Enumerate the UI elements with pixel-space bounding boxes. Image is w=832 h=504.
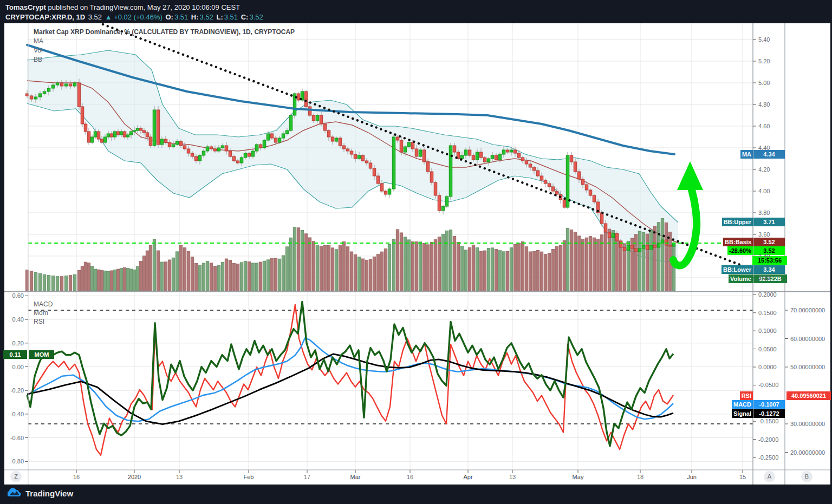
- open-label: O:: [165, 13, 173, 21]
- publish-header: TomasCrypt published on TradingView.com,…: [5, 3, 264, 22]
- high-label: H:: [191, 13, 199, 21]
- chart-area[interactable]: [4, 23, 830, 485]
- tradingview-screenshot: TomasCrypt published on TradingView.com,…: [0, 0, 832, 504]
- open-value: 3.51: [174, 13, 188, 21]
- low-label: L:: [216, 13, 223, 21]
- low-value: 3.51: [224, 13, 238, 21]
- author-name: TomasCrypt: [5, 3, 46, 11]
- publish-line: TomasCrypt published on TradingView.com,…: [5, 3, 264, 12]
- publish-info: published on TradingView.com, May 27, 20…: [46, 3, 240, 11]
- brand-name: TradingView: [25, 489, 73, 498]
- high-value: 3.52: [200, 13, 213, 21]
- tradingview-logo-icon: [8, 488, 22, 499]
- price-change: ▲ +0.02 (+0.46%): [105, 13, 162, 21]
- close-label: C:: [241, 13, 249, 21]
- close-value: 3.52: [249, 13, 263, 21]
- symbol-name: CRYPTOCAP:XRP.D, 1D: [5, 13, 85, 21]
- last-price: 3.52: [88, 13, 102, 21]
- symbol-line: CRYPTOCAP:XRP.D, 1D 3.52 ▲ +0.02 (+0.46%…: [5, 12, 264, 22]
- tradingview-footer[interactable]: TradingView: [8, 488, 73, 501]
